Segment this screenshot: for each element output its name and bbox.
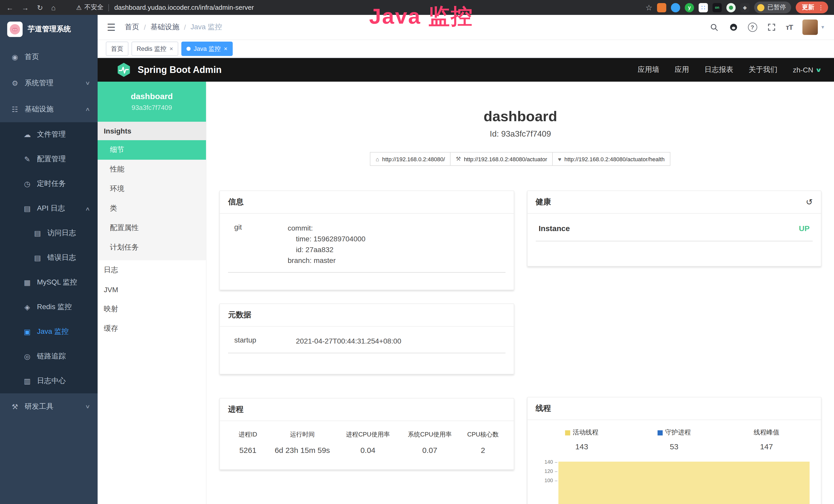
sba-menu-scheduled-tasks[interactable]: 计划任务 <box>97 238 206 257</box>
sba-nav-applications[interactable]: 应用 <box>675 65 689 74</box>
breadcrumb-home[interactable]: 首页 <box>125 23 139 32</box>
sidebar-item-files[interactable]: ☁ 文件管理 <box>0 122 97 147</box>
smiley-icon <box>757 4 764 11</box>
address-bar[interactable]: ⚠ 不安全 dashboard.yudao.iocoder.cn/infra/a… <box>76 3 254 12</box>
browser-menu-icon[interactable]: ⋮ <box>818 4 824 11</box>
bookmark-star-icon[interactable]: ☆ <box>645 3 652 12</box>
tab-java-monitor[interactable]: Java 监控 × <box>181 42 233 56</box>
paused-label: 已暂停 <box>767 3 786 12</box>
sidebar-item-infra[interactable]: ☷ 基础设施 ∧ <box>0 96 97 122</box>
chevron-down-icon: ∨ <box>85 404 90 409</box>
chevron-up-icon: ∧ <box>85 106 90 112</box>
sba-instance-header[interactable]: dashboard 93a3fc7f7409 <box>97 82 206 122</box>
database-icon: ▦ <box>23 278 32 287</box>
sba-locale-select[interactable]: zh-CN ∨ <box>793 66 821 74</box>
security-label[interactable]: 不安全 <box>84 3 104 12</box>
sidebar-item-redis[interactable]: ◈ Redis 监控 <box>0 295 97 319</box>
cards-right-column: 健康 ↺ Instance UP <box>527 190 821 504</box>
cloud-icon: ☁ <box>23 131 32 139</box>
threads-legend: 活动线程 143 守护进程 <box>535 427 813 451</box>
sba-nav-wall[interactable]: 应用墙 <box>638 65 659 74</box>
sidebar-item-api-log[interactable]: ▤ API 日志 ∧ <box>0 196 97 221</box>
sidebar-item-tracing[interactable]: ◎ 链路追踪 <box>0 344 97 369</box>
instance-title-block: dashboard Id: 93a3fc7f7409 <box>206 82 834 139</box>
sidebar-item-mysql[interactable]: ▦ MySQL 监控 <box>0 270 97 295</box>
update-button[interactable]: 更新 ⋮ <box>796 2 828 13</box>
chevron-down-icon: ∨ <box>815 67 822 73</box>
process-col-sys-cpu: 系统CPU使用率 0.07 <box>399 430 461 455</box>
health-instance-label: Instance <box>539 224 570 233</box>
history-icon[interactable]: ↺ <box>806 197 813 207</box>
metadata-card: 元数据 startup 2021-04-27T00:44:31.254+08:0… <box>219 303 514 374</box>
extension-icon-5[interactable]: on <box>712 3 722 12</box>
live-threads-swatch <box>565 430 570 435</box>
extension-icon-1[interactable] <box>657 3 666 12</box>
sba-menu-config-props[interactable]: 配置属性 <box>97 218 206 238</box>
git-key: git <box>228 223 288 266</box>
timer-icon: ◷ <box>23 180 32 188</box>
breadcrumb-infra[interactable]: 基础设施 <box>151 23 179 32</box>
sba-nav-journal[interactable]: 日志报表 <box>705 65 733 74</box>
sba-nav-about[interactable]: 关于我们 <box>749 65 777 74</box>
sidebar-item-dev-tools[interactable]: ⚒ 研发工具 ∨ <box>0 393 97 419</box>
github-icon[interactable] <box>729 23 738 32</box>
sba-menu-metrics[interactable]: 性能 <box>97 160 206 179</box>
extension-icon-2[interactable] <box>671 3 680 12</box>
help-icon[interactable]: ? <box>748 23 757 32</box>
chevron-down-icon: ∨ <box>85 80 90 86</box>
extension-icon-3[interactable]: y <box>685 3 694 12</box>
sidebar-item-java-monitor[interactable]: ▣ Java 监控 <box>0 319 97 344</box>
actuator-url-link[interactable]: ⚒ http://192.168.0.2:48080/actuator <box>450 152 553 166</box>
dashboard-icon: ◉ <box>10 53 20 61</box>
extension-icon-7[interactable]: ◆ <box>740 3 749 12</box>
close-icon[interactable]: × <box>224 45 227 52</box>
health-url-link[interactable]: ♥ http://192.168.0.2:48080/actuator/heal… <box>552 152 670 166</box>
extension-icon-4[interactable]: ∷ <box>699 3 708 12</box>
service-url-link[interactable]: ⌂ http://192.168.0.2:48080/ <box>370 152 451 166</box>
sidebar-item-error-log[interactable]: ▤ 错误日志 <box>0 246 97 270</box>
sidebar-item-config[interactable]: ✎ 配置管理 <box>0 147 97 171</box>
sba-menu-classes[interactable]: 类 <box>97 199 206 218</box>
sba-content: dashboard Id: 93a3fc7f7409 ⌂ http://192.… <box>206 82 834 504</box>
process-card-title: 进程 <box>220 398 513 421</box>
sba-menu-mappings[interactable]: 映射 <box>97 299 206 319</box>
process-col-pid: 进程ID 5261 <box>228 430 268 455</box>
sidebar-item-access-log[interactable]: ▤ 访问日志 <box>0 221 97 246</box>
forward-icon[interactable]: → <box>22 3 29 12</box>
health-instance-row[interactable]: Instance UP <box>535 221 813 241</box>
sba-logo-icon <box>116 62 132 77</box>
sba-menu-jvm[interactable]: JVM <box>97 280 206 299</box>
sidebar-item-home[interactable]: ◉ 首页 <box>0 44 97 70</box>
user-menu[interactable]: ▼ <box>803 20 825 35</box>
tab-home[interactable]: 首页 <box>106 42 128 56</box>
main-area: ☰ 首页 / 基础设施 / Java 监控 ? <box>97 15 834 504</box>
sidebar-item-system[interactable]: ⚙ 系统管理 ∨ <box>0 70 97 96</box>
tab-redis-monitor[interactable]: Redis 监控 × <box>132 42 178 56</box>
extension-icon-6[interactable] <box>726 3 736 12</box>
sba-menu-details[interactable]: 细节 <box>97 140 206 160</box>
live-threads-area <box>558 462 810 504</box>
fullscreen-icon[interactable] <box>767 23 776 32</box>
reload-icon[interactable]: ↻ <box>37 3 43 12</box>
sidebar-toggle-icon[interactable]: ☰ <box>107 21 115 33</box>
font-size-icon[interactable]: тT <box>786 23 793 31</box>
close-icon[interactable]: × <box>170 45 173 52</box>
sba-menu-caches[interactable]: 缓存 <box>97 319 206 338</box>
search-icon[interactable] <box>710 23 719 32</box>
url-text[interactable]: dashboard.yudao.iocoder.cn/infra/admin-s… <box>114 4 254 11</box>
sba-menu-environment[interactable]: 环境 <box>97 179 206 199</box>
back-icon[interactable]: ← <box>6 3 13 12</box>
cards-grid: 信息 git commit: time: 1596289704000 id: 2… <box>206 190 834 504</box>
sidebar-item-log-center[interactable]: ▥ 日志中心 <box>0 369 97 393</box>
sidebar-item-jobs[interactable]: ◷ 定时任务 <box>0 171 97 196</box>
avatar[interactable] <box>803 20 818 35</box>
daemon-threads-swatch <box>657 430 662 435</box>
document-icon: ▤ <box>33 229 42 237</box>
git-value: commit: time: 1596289704000 id: 27aa832 … <box>288 223 366 266</box>
sba-brand-title[interactable]: Spring Boot Admin <box>138 65 222 75</box>
sba-menu-logs[interactable]: 日志 <box>97 260 206 280</box>
redis-icon: ◈ <box>23 303 32 311</box>
paused-badge[interactable]: 已暂停 <box>754 2 791 13</box>
home-icon[interactable]: ⌂ <box>51 3 56 12</box>
home-icon: ⌂ <box>375 156 379 162</box>
